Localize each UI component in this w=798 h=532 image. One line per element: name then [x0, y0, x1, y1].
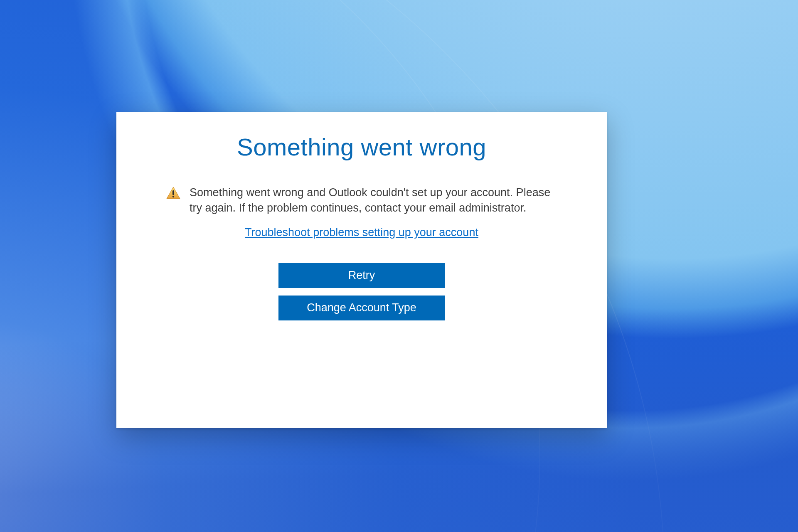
svg-rect-0: [172, 190, 174, 195]
error-message-row: Something went wrong and Outlook couldn'…: [150, 185, 574, 216]
retry-button[interactable]: Retry: [278, 263, 445, 288]
change-account-type-button[interactable]: Change Account Type: [278, 296, 445, 320]
error-dialog: Something went wrong Something went wron…: [116, 112, 607, 428]
desktop-background: Something went wrong Something went wron…: [0, 0, 798, 532]
svg-point-1: [172, 196, 174, 197]
dialog-title: Something went wrong: [150, 133, 574, 161]
troubleshoot-link[interactable]: Troubleshoot problems setting up your ac…: [245, 226, 478, 239]
warning-icon: [166, 187, 180, 199]
error-message-text: Something went wrong and Outlook couldn'…: [190, 185, 557, 216]
